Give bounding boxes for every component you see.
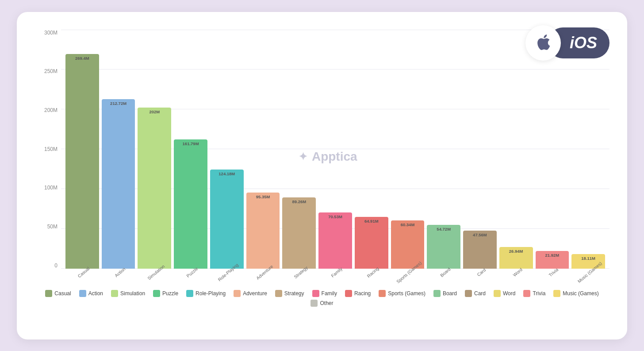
legend-color-box bbox=[45, 290, 52, 297]
legend-color-box bbox=[553, 290, 560, 297]
bar-puzzle: 161.79M bbox=[174, 139, 207, 268]
legend-label: Racing bbox=[354, 290, 371, 297]
legend-item: Casual bbox=[45, 290, 71, 297]
legend-item: Adventure bbox=[234, 290, 267, 297]
legend-color-box bbox=[79, 290, 86, 297]
bar-group: 212.72M bbox=[102, 30, 135, 269]
bar-value: 89.26M bbox=[292, 199, 306, 204]
legend-color-box bbox=[310, 300, 318, 307]
bar-family: 70.53M bbox=[318, 212, 352, 269]
x-label-text: Word bbox=[512, 267, 523, 278]
legend-color-box bbox=[433, 290, 441, 297]
y-axis-label: 300M bbox=[34, 30, 61, 36]
bar-value: 212.72M bbox=[110, 101, 126, 106]
legend-item: Simulation bbox=[111, 290, 145, 297]
legend-color-box bbox=[494, 290, 501, 297]
legend-label: Music (Games) bbox=[563, 290, 598, 297]
legend-color-box bbox=[275, 290, 282, 297]
legend-item: Strategy bbox=[275, 290, 304, 297]
bar-word: 26.94M bbox=[499, 247, 533, 268]
apple-icon bbox=[533, 33, 553, 53]
x-label-item: Board bbox=[427, 269, 460, 286]
legend-label: Other bbox=[320, 300, 333, 306]
ios-badge: iOS bbox=[525, 25, 610, 61]
x-label-item: Sports (Games) bbox=[391, 269, 425, 286]
legend-item: Board bbox=[433, 290, 457, 297]
legend-label: Sports (Games) bbox=[388, 290, 426, 297]
legend-item: Racing bbox=[345, 290, 371, 297]
bar-simulation: 202M bbox=[138, 108, 171, 269]
bar-racing: 64.91M bbox=[355, 217, 388, 269]
bar-value: 95.35M bbox=[256, 194, 270, 199]
y-axis-label: 200M bbox=[34, 107, 61, 113]
x-label-text: Board bbox=[439, 266, 452, 278]
legend-item: Role-Playing bbox=[186, 290, 226, 297]
legend-item: Puzzle bbox=[153, 290, 178, 297]
x-label-item: Simulation bbox=[138, 269, 171, 286]
bar-value: 47.56M bbox=[473, 232, 487, 237]
legend-color-box bbox=[312, 290, 319, 297]
legend-color-box bbox=[234, 290, 241, 297]
bar-group: 47.56M bbox=[463, 30, 497, 269]
legend-label: Role-Playing bbox=[196, 290, 226, 297]
legend-label: Family bbox=[322, 290, 337, 297]
legend-color-box bbox=[379, 290, 386, 297]
bar-group: 64.91M bbox=[355, 30, 388, 269]
x-label-text: Card bbox=[476, 267, 487, 277]
bar-group: 54.72M bbox=[427, 30, 460, 269]
legend-label: Simulation bbox=[120, 290, 145, 297]
bar-group: 70.53M bbox=[318, 30, 352, 269]
legend-item: Other bbox=[310, 300, 333, 307]
bar-value: 202M bbox=[149, 109, 160, 114]
bar-value: 64.91M bbox=[364, 219, 379, 224]
legend-label: Word bbox=[503, 290, 515, 297]
legend-item: Trivia bbox=[523, 290, 545, 297]
bar-action: 212.72M bbox=[102, 99, 135, 269]
bar-value: 54.72M bbox=[437, 227, 451, 231]
bar-group: 26.94M bbox=[499, 30, 533, 269]
x-label-item: Action bbox=[102, 269, 135, 286]
bar-value: 60.34M bbox=[401, 222, 415, 227]
y-axis-label: 100M bbox=[34, 185, 61, 191]
x-label-item: Card bbox=[463, 269, 497, 286]
x-label-item: Music (Games) bbox=[571, 269, 605, 286]
bar-value: 18.11M bbox=[581, 256, 595, 261]
x-label-item: Racing bbox=[355, 269, 388, 286]
bar-role-playing: 124.18M bbox=[210, 170, 244, 269]
bar-trivia: 21.92M bbox=[536, 251, 569, 268]
legend-label: Board bbox=[443, 290, 457, 297]
y-axis-label: 250M bbox=[34, 68, 61, 74]
bar-value: 161.79M bbox=[183, 141, 199, 146]
x-label-item: Word bbox=[499, 269, 533, 286]
bar-group: 95.35M bbox=[246, 30, 280, 269]
legend-item: Action bbox=[79, 290, 103, 297]
legend-label: Card bbox=[474, 290, 486, 297]
legend-item: Family bbox=[312, 290, 337, 297]
legend-label: Strategy bbox=[284, 290, 304, 297]
bar-strategy: 89.26M bbox=[282, 197, 316, 269]
bar-board: 54.72M bbox=[427, 225, 460, 268]
legend-item: Card bbox=[465, 290, 486, 297]
bar-casual: 269.4M bbox=[65, 54, 99, 269]
bar-group: 89.26M bbox=[282, 30, 316, 269]
x-label-item: Adventure bbox=[246, 269, 280, 286]
bar-adventure: 95.35M bbox=[246, 193, 280, 269]
x-label-item: Casual bbox=[65, 269, 99, 286]
y-axis-label: 0 bbox=[34, 262, 61, 269]
x-label-item: Trivia bbox=[536, 269, 569, 286]
legend-color-box bbox=[153, 290, 160, 297]
bar-group: 202M bbox=[138, 30, 171, 269]
chart-card: iOS ✦ Apptica 050M100M150M200M250M300M 2… bbox=[17, 12, 627, 339]
bar-group: 18.11M bbox=[571, 30, 605, 269]
y-axis-label: 50M bbox=[34, 224, 61, 230]
bar-value: 21.92M bbox=[545, 253, 560, 258]
apple-logo-circle bbox=[525, 25, 561, 61]
x-label-text: Trivia bbox=[548, 267, 560, 278]
legend-color-box bbox=[345, 290, 352, 297]
bar-value: 26.94M bbox=[509, 249, 523, 254]
x-label-item: Strategy bbox=[282, 269, 316, 286]
legend-item: Sports (Games) bbox=[379, 290, 426, 297]
legend-label: Adventure bbox=[243, 290, 267, 297]
bar-value: 70.53M bbox=[328, 214, 342, 219]
bar-value: 124.18M bbox=[218, 171, 235, 176]
